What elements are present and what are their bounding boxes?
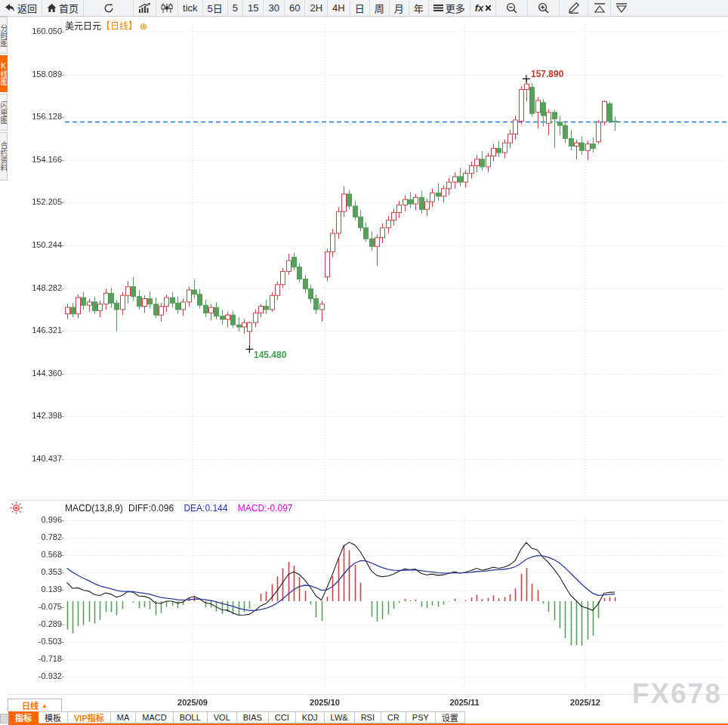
tab-psy[interactable]: PSY [406,711,436,723]
macd-axis-label: 0.996 [20,515,62,524]
refresh-button[interactable] [84,0,134,16]
macd-axis-label: -0.932 [20,671,62,680]
tab-vol[interactable]: VOL [208,711,237,723]
panel-separator-line [0,500,728,501]
price-axis-label: 160.050 [20,26,62,35]
period-30m-label: 30 [268,2,279,14]
period-year-button[interactable]: 年 [409,0,429,16]
tab-boll[interactable]: BOLL [174,711,208,723]
period-day-label: 日 [355,1,365,15]
tab-templates[interactable]: 模板 [39,711,68,723]
fx-close-icon [486,5,491,11]
back-button[interactable]: 返回 [0,0,42,16]
more-label: 更多 [446,1,465,15]
period-month-label: 月 [394,1,404,15]
period-4h-button[interactable]: 4H [328,0,350,16]
price-axis-label: 154.166 [20,155,62,164]
period-5m-button[interactable]: 5 [228,0,243,16]
sidebar-tab-lightning[interactable]: 闪电图 [0,94,8,131]
tab-kdj[interactable]: KDJ [296,711,325,723]
macd-axis-label: -0.075 [20,602,62,611]
price-axis-label: 146.321 [20,325,62,335]
price-axis-label: 156.128 [20,112,62,121]
macd-dea-value: DEA:0.144 [184,503,227,514]
triangle-up-line-icon [594,3,606,13]
macd-bar-value: MACD:-0.097 [238,503,293,514]
tab-lw[interactable]: LW& [325,711,355,723]
high-price-annotation: 157.890 [531,69,563,79]
home-label: 首页 [59,1,79,15]
dropdown-arrow-icon: ▲ [42,702,48,709]
time-axis-label: 2025/12 [564,698,606,707]
tab-settings[interactable]: 设置 [436,711,465,723]
tick-period-button[interactable]: tick [178,0,203,16]
indicator-settings-sun-icon[interactable] [10,501,23,514]
back-arrow-icon [5,3,15,13]
collapse-panel-down-button[interactable] [611,0,632,16]
fx678-kline-page: { "toolbar": { "back": "返回", "home": "首页… [0,0,728,725]
period-15m-label: 15 [248,2,258,14]
period-day-button[interactable]: 日 [350,0,370,16]
left-sidebar: 分时图 K线图 闪电图 合约资料 [0,17,8,725]
sidebar-tab-timeshare[interactable]: 分时图 [0,17,8,54]
candle-chart-type-button[interactable] [156,0,178,16]
macd-axis-label: 0.782 [20,532,62,541]
pencil-icon [568,2,579,14]
macd-axis-label: 0.568 [20,550,62,559]
time-axis-label: 2025/09 [171,698,214,707]
price-axis-label: 140.437 [20,454,62,463]
triangle-down-line-icon [615,3,628,13]
zoom-in-button[interactable] [528,0,560,16]
draw-tool-button[interactable] [560,0,588,16]
sidebar-tab-contract-info[interactable]: 合约资料 [0,132,8,180]
zoom-in-icon [538,2,549,14]
period-dropdown-button[interactable]: 日线 ▲ [8,699,62,712]
sidebar-corner-box [0,714,8,723]
macd-params-label: MACD(13,8,9) [65,503,123,514]
period-30m-button[interactable]: 30 [264,0,284,16]
top-toolbar: 返回 首页 tick 5日 5 15 30 60 2H 4H 日 周 月 年 更… [0,0,728,17]
collapse-panel-up-button[interactable] [588,0,611,16]
period-15m-button[interactable]: 15 [243,0,264,16]
axis-separator-line [0,694,728,695]
back-label: 返回 [17,1,37,15]
sidebar-tab-kline[interactable]: K线图 [0,55,8,92]
period-week-label: 周 [375,1,384,15]
tab-macd[interactable]: MACD [136,711,173,723]
tab-ma[interactable]: MA [111,711,137,723]
more-menu-button[interactable]: 更多 [429,0,470,16]
macd-axis-label: -0.503 [20,637,62,646]
indicator-fx-button[interactable]: fx [470,0,497,16]
period-2h-button[interactable]: 2H [305,0,328,16]
period-5m-label: 5 [233,2,238,14]
candlestick-chart-canvas[interactable] [0,0,728,725]
macd-diff-value: DIFF:0.096 [128,503,174,514]
macd-header: MACD(13,8,9) DIFF:0.096 DEA:0.144 MACD:-… [65,503,293,514]
period-5d-label: 5日 [208,1,223,15]
tab-cci[interactable]: CCI [269,711,296,723]
indicator-tab-bar: 指标 模板 VIP指标 MA MACD BOLL VOL BIAS CCI KD… [8,711,728,725]
bar-chart-icon [138,3,151,13]
tick-label: tick [183,2,198,14]
symbol-name: 美元日元 [65,21,101,32]
candlestick-icon [161,3,173,13]
chart-title: 美元日元【日线】⊕ [65,19,147,32]
period-month-button[interactable]: 月 [390,0,409,16]
tab-vip-indicators[interactable]: VIP指标 [68,711,111,723]
tab-cr[interactable]: CR [381,711,406,723]
home-button[interactable]: 首页 [42,0,84,16]
price-axis-label: 152.205 [20,197,62,206]
tab-rsi[interactable]: RSI [355,711,381,723]
period-5d-button[interactable]: 5日 [203,0,228,16]
time-axis-label: 2025/10 [304,698,346,707]
period-60m-button[interactable]: 60 [285,0,305,16]
period-week-button[interactable]: 周 [370,0,390,16]
tab-bias[interactable]: BIAS [237,711,269,723]
price-axis-label: 148.282 [20,283,62,292]
zoom-out-button[interactable] [496,0,528,16]
tab-indicators[interactable]: 指标 [8,711,39,723]
macd-axis-label: -0.718 [20,654,62,663]
add-compare-icon[interactable]: ⊕ [140,21,147,32]
macd-axis-label: 0.139 [20,585,62,594]
line-chart-type-button[interactable] [134,0,156,16]
